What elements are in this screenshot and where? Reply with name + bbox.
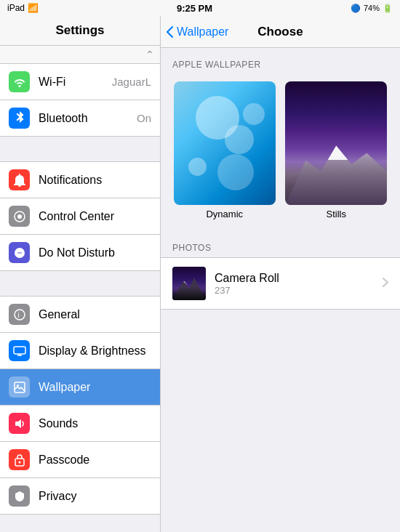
sidebar-item-passcode[interactable]: Passcode [0,442,160,478]
nav-title: Choose [257,25,303,39]
sidebar-item-privacy[interactable]: Privacy [0,478,160,515]
controlcenter-label: Control Center [39,210,151,223]
separator-2 [0,271,160,297]
svg-text:i: i [17,311,19,319]
general-icon: i [9,304,30,325]
nav-back-label: Wallpaper [177,25,228,39]
camera-roll-count: 237 [215,285,383,296]
svg-point-1 [17,214,22,219]
sidebar-item-notifications[interactable]: Notifications [0,162,160,198]
wifi-label: Wi-Fi [39,76,112,89]
status-time: 9:25 PM [177,3,212,14]
privacy-icon [9,485,30,507]
svg-rect-4 [14,347,25,354]
stills-label: Stills [327,209,346,219]
wallpaper-stills-image [285,81,387,205]
camera-roll-content: Camera Roll 237 [215,272,383,296]
display-icon [9,340,30,361]
separator-3 [0,515,160,532]
wifi-value: JaguarL [112,76,151,88]
passcode-icon [9,449,30,470]
sounds-label: Sounds [39,417,151,430]
bluetooth-label: Bluetooth [39,112,137,125]
main-layout: Settings ⌃ Wi-Fi JaguarL Bluetooth On [0,16,400,532]
scroll-arrows: ⌃ [145,49,154,60]
status-right: 🔵 74% 🔋 [351,4,393,13]
general-label: General [39,308,151,321]
wallpaper-dynamic[interactable]: Dynamic [172,81,277,219]
sidebar-item-wifi[interactable]: Wi-Fi JaguarL [0,64,160,100]
battery-icon: 🔋 [383,4,393,13]
nav-back-button[interactable]: Wallpaper [167,25,228,39]
snow-cap [318,138,354,160]
separator-1 [0,137,160,162]
sidebar-item-general[interactable]: i General [0,297,160,333]
wifi-icon: 📶 [28,3,39,13]
bluetooth-icon [9,108,30,129]
nav-bar: Wallpaper Choose [161,16,400,48]
wallpaper-stills[interactable]: Stills [284,81,389,219]
status-left: iPad 📶 [7,3,39,13]
sidebar-item-controlcenter[interactable]: Control Center [0,198,160,235]
notifications-label: Notifications [39,174,151,187]
bluetooth-value: On [137,112,151,124]
sidebar-item-donotdisturb[interactable]: Do Not Disturb [0,235,160,271]
scroll-indicator: ⌃ [0,46,160,64]
bubble-1 [188,158,207,176]
chevron-right-icon [383,277,388,290]
camera-roll-title: Camera Roll [215,272,383,285]
dynamic-label: Dynamic [206,209,243,219]
donotdisturb-label: Do Not Disturb [39,246,151,259]
privacy-label: Privacy [39,490,151,503]
battery-level: 74% [364,4,380,12]
bluetooth-icon: 🔵 [351,4,361,13]
bubble-2 [217,154,254,190]
notifications-icon [9,169,30,190]
sidebar: Settings ⌃ Wi-Fi JaguarL Bluetooth On [0,16,161,532]
sidebar-item-wallpaper[interactable]: Wallpaper [0,369,160,406]
photos-list: Camera Roll 237 [161,257,400,310]
right-panel: Wallpaper Choose APPLE WALLPAPER Dynamic [161,16,400,532]
device-label: iPad [7,3,25,13]
dynamic-bg [174,81,276,205]
passcode-label: Passcode [39,454,151,467]
svg-rect-20 [172,267,206,300]
wallpaper-dynamic-image [174,81,276,205]
sidebar-title: Settings [0,16,160,46]
sidebar-item-display[interactable]: Display & Brightness [0,333,160,369]
controlcenter-icon [9,206,30,227]
bubble-3 [243,103,265,125]
wallpaper-label: Wallpaper [39,381,151,394]
section-apple-wallpaper: APPLE WALLPAPER [161,48,400,74]
wifi-icon [9,71,30,92]
status-bar: iPad 📶 9:25 PM 🔵 74% 🔋 [0,0,400,16]
display-label: Display & Brightness [39,344,151,358]
wallpaper-icon [9,376,30,398]
donotdisturb-icon [9,242,30,263]
svg-point-8 [18,461,20,463]
sidebar-item-sounds[interactable]: Sounds [0,406,160,442]
sounds-icon [9,413,30,434]
wallpaper-grid: Dynamic Stills [161,74,400,231]
sidebar-item-bluetooth[interactable]: Bluetooth On [0,100,160,137]
section-photos: PHOTOS [161,231,400,257]
camera-roll-item[interactable]: Camera Roll 237 [161,258,400,309]
camera-roll-thumb [172,267,206,300]
svg-point-2 [15,310,25,320]
mountain [285,131,387,205]
stills-bg [285,81,387,205]
